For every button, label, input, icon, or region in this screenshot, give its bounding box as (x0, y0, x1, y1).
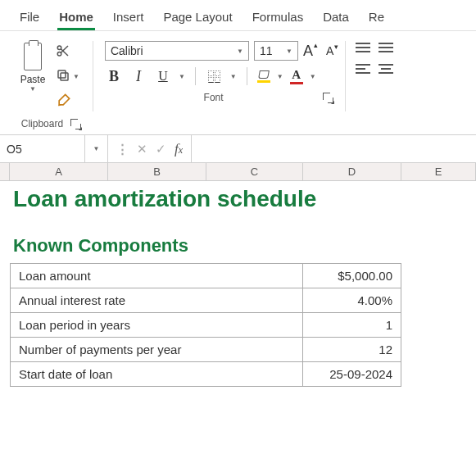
section-header: Known Components (13, 235, 188, 256)
cell-label[interactable]: Annual interest rate (11, 288, 303, 313)
column-headers: ABCDE (0, 163, 476, 181)
format-painter-button[interactable] (56, 92, 79, 110)
font-name-value: Calibri (111, 44, 143, 57)
table-row[interactable]: Start date of loan25-09-2024 (11, 362, 401, 387)
align-left-button[interactable] (356, 64, 370, 74)
cell-value[interactable]: 25-09-2024 (303, 362, 401, 387)
chevron-down-icon[interactable]: ▼ (310, 73, 316, 80)
group-label-clipboard: Clipboard (15, 118, 70, 129)
clipboard-launcher[interactable] (70, 118, 81, 129)
enter-formula-button[interactable]: ✓ (156, 142, 166, 157)
font-size-select[interactable]: 11 ▼ (254, 41, 298, 61)
svg-point-1 (57, 52, 61, 56)
chevron-down-icon: ▼ (73, 73, 79, 80)
col-header-E[interactable]: E (401, 163, 476, 180)
table-row[interactable]: Annual interest rate4.00% (11, 288, 401, 313)
tab-formulas[interactable]: Formulas (243, 5, 314, 30)
group-separator (93, 41, 93, 111)
cell-label[interactable]: Start date of loan (11, 362, 303, 387)
font-color-swatch (290, 82, 303, 84)
chevron-down-icon[interactable]: ▼ (230, 73, 237, 80)
font-color-button[interactable]: A (290, 68, 303, 84)
group-separator (345, 41, 346, 111)
separator (247, 67, 247, 85)
chevron-down-icon[interactable]: ▼ (277, 73, 283, 80)
tab-file[interactable]: File (10, 5, 49, 30)
cell-value[interactable]: 12 (303, 338, 401, 362)
align-center-button[interactable] (379, 64, 393, 74)
font-launcher[interactable] (322, 92, 333, 103)
italic-button[interactable]: I (129, 67, 147, 85)
bucket-icon (257, 70, 270, 80)
fill-color-swatch (257, 80, 270, 83)
col-header-B[interactable]: B (108, 163, 206, 180)
borders-button[interactable] (206, 67, 224, 85)
sheet-title: Loan amortization schedule (13, 186, 316, 211)
chevron-down-icon: ▼ (286, 48, 292, 55)
tab-page-layout[interactable]: Page Layout (153, 5, 242, 30)
col-header-A[interactable]: A (10, 163, 108, 180)
chevron-down-icon: ▼ (237, 48, 243, 55)
table-row[interactable]: Loan amount$5,000.00 (11, 264, 401, 288)
scissors-icon (56, 43, 70, 61)
bold-button[interactable]: B (105, 67, 123, 85)
increase-font-button[interactable]: A▴ (303, 43, 313, 60)
paste-button[interactable]: Paste ▼ (13, 39, 52, 93)
col-header-D[interactable]: D (303, 163, 401, 180)
chevron-down-icon[interactable]: ▼ (179, 73, 185, 80)
ribbon-tabs: File Home Insert Page Layout Formulas Da… (0, 0, 476, 31)
cell-value[interactable]: $5,000.00 (303, 264, 401, 288)
svg-point-0 (57, 46, 61, 50)
fill-color-button[interactable] (257, 70, 270, 83)
tab-insert[interactable]: Insert (103, 5, 154, 30)
cell-value[interactable]: 4.00% (303, 288, 401, 313)
cell-value[interactable]: 1 (303, 313, 401, 338)
paste-label: Paste (20, 74, 46, 85)
spreadsheet-grid[interactable]: ABCDE Loan amortization schedule Known C… (0, 163, 476, 387)
copy-icon (56, 68, 70, 85)
paintbrush-icon (56, 92, 72, 111)
separator (195, 67, 196, 85)
table-row[interactable]: Loan period in years1 (11, 313, 401, 338)
group-font: Calibri ▼ 11 ▼ A▴ A▾ B I U ▼ ▼ (95, 38, 343, 134)
formula-bar: O5 ▼ ⋮ ✕ ✓ fx (0, 135, 476, 163)
decrease-font-button[interactable]: A▾ (326, 44, 333, 57)
border-icon (208, 70, 220, 83)
underline-button[interactable]: U (154, 67, 172, 85)
chevron-down-icon: ▼ (93, 145, 100, 152)
select-all-corner[interactable] (0, 163, 10, 180)
font-size-value: 11 (260, 44, 273, 57)
tab-home[interactable]: Home (49, 5, 103, 30)
copy-button[interactable]: ▼ (56, 67, 79, 85)
name-box-dropdown[interactable]: ▼ (85, 135, 108, 162)
cell-label[interactable]: Number of payments per year (11, 338, 303, 362)
ribbon: Paste ▼ ▼ Clipboard (0, 31, 476, 135)
align-top-button[interactable] (356, 43, 370, 52)
tab-data[interactable]: Data (313, 5, 359, 30)
font-color-icon: A (292, 68, 301, 82)
data-table: Loan amount$5,000.00Annual interest rate… (10, 263, 401, 387)
chevron-down-icon: ▼ (29, 85, 36, 93)
svg-rect-5 (58, 70, 66, 78)
cancel-formula-button[interactable]: ✕ (137, 142, 147, 157)
col-header-C[interactable]: C (206, 163, 303, 180)
align-middle-button[interactable] (379, 43, 393, 52)
formula-input[interactable] (191, 135, 476, 162)
table-row[interactable]: Number of payments per year12 (11, 338, 401, 362)
font-name-select[interactable]: Calibri ▼ (105, 41, 249, 61)
fx-button[interactable]: fx (175, 141, 183, 157)
name-box[interactable]: O5 (0, 135, 85, 162)
svg-rect-4 (61, 73, 68, 80)
clipboard-icon (19, 39, 47, 72)
more-button[interactable]: ⋮ (116, 142, 129, 157)
cell-label[interactable]: Loan period in years (11, 313, 303, 338)
cell-label[interactable]: Loan amount (11, 264, 303, 288)
group-clipboard: Paste ▼ ▼ Clipboard (5, 38, 91, 134)
group-label-font: Font (105, 92, 322, 103)
group-alignment (347, 38, 401, 134)
tab-review[interactable]: Re (359, 5, 394, 30)
cut-button[interactable] (56, 43, 79, 61)
